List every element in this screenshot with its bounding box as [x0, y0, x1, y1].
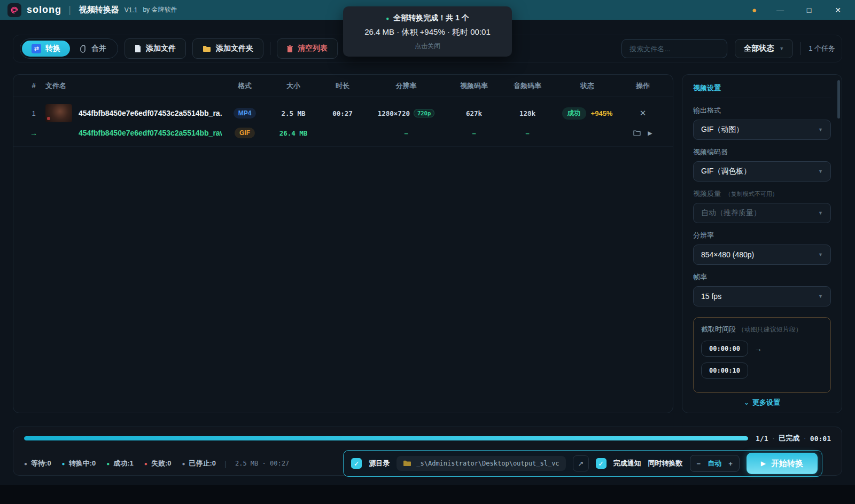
add-folder-button[interactable]: 添加文件夹: [192, 38, 263, 59]
divider: |: [224, 459, 227, 468]
stat-stopped: ●已停止:0: [182, 459, 216, 468]
stat-failed: ●失败:0: [144, 459, 172, 468]
decrement-button[interactable]: −: [697, 460, 701, 468]
trim-start-input[interactable]: [701, 341, 748, 357]
trim-end-input[interactable]: [701, 363, 748, 379]
framerate-dropdown[interactable]: 15 fps ▼: [693, 286, 831, 306]
search-input[interactable]: [621, 39, 727, 58]
progress-bar: [24, 436, 748, 440]
close-button[interactable]: ✕: [833, 6, 843, 14]
output-format-dropdown[interactable]: GIF（动图） ▼: [693, 120, 831, 140]
resolution-label: 分辨率: [693, 231, 831, 240]
video-thumbnail: [45, 104, 72, 122]
start-conversion-button[interactable]: ▶ 开始转换: [747, 453, 818, 474]
increment-button[interactable]: +: [728, 460, 733, 468]
output-format-value: GIF（动图）: [701, 125, 743, 135]
mode-switch: ⇄ 转换 合并: [20, 38, 118, 59]
play-file-icon[interactable]: ▶: [648, 130, 652, 137]
completion-toast[interactable]: ● 全部转换完成！共 1 个 26.4 MB · 体积 +945% · 耗时 0…: [343, 6, 512, 57]
add-file-button[interactable]: 添加文件: [125, 38, 186, 59]
folder-icon: [203, 45, 211, 52]
play-icon: ▶: [761, 460, 766, 467]
arrow-right-icon: →: [755, 344, 762, 353]
app-window: solong │ 视频转换器 V1.1 by 金牌软件 ● — □ ✕ ● 全部…: [0, 0, 855, 485]
toolbar-separator: [270, 42, 270, 55]
convert-icon: ⇄: [32, 44, 41, 53]
sidebar-scrollbar[interactable]: [837, 80, 840, 119]
remove-task-icon[interactable]: ✕: [640, 108, 647, 117]
toast-dismiss[interactable]: 点击关闭: [353, 42, 502, 51]
resolution-value: 854×480 (480p): [701, 250, 754, 259]
resolution-badge: 720p: [414, 109, 434, 117]
tab-convert[interactable]: ⇄ 转换: [22, 41, 70, 57]
notify-checkbox[interactable]: ✓: [596, 458, 607, 469]
source-dir-label: 源目录: [369, 459, 390, 468]
tab-merge[interactable]: 合并: [70, 41, 116, 57]
caret-down-icon: ▼: [818, 294, 823, 299]
conversion-controls: ✓ 源目录 _s\Administrator\Desktop\output_sl…: [343, 450, 822, 477]
col-format: 格式: [222, 81, 268, 91]
table-row[interactable]: 1 454fbfb8450e7e6edf07453c2a5514bb_ra...…: [13, 97, 673, 147]
col-size: 大小: [268, 81, 319, 91]
tab-merge-label: 合并: [91, 44, 106, 53]
tab-convert-label: 转换: [45, 44, 60, 53]
progress-time: 00:01: [810, 435, 831, 443]
source-duration: 00:27: [319, 109, 366, 117]
quality-dropdown[interactable]: 自动（推荐质量） ▼: [693, 203, 831, 223]
output-filename: 454fbfb8450e7e6edf07453c2a5514bb_raw....: [79, 129, 222, 137]
add-file-label: 添加文件: [146, 44, 176, 53]
stat-failed-label: 失败:0: [151, 459, 172, 468]
more-settings-link[interactable]: ⌄更多设置: [682, 398, 842, 407]
open-output-dir-button[interactable]: ↗: [573, 455, 589, 471]
bottom-bar: 1/1 · 已完成 · 00:01 ●等待:0 ●转换中:0 ●成功:1 ●失败…: [13, 427, 842, 476]
settings-sidebar: 视频设置 输出格式 GIF（动图） ▼ 视频编码器 GIF（调色板） ▼ 视频质…: [682, 74, 842, 413]
source-video-bitrate: 627k: [446, 109, 502, 117]
clear-list-button[interactable]: 清空列表: [277, 38, 338, 59]
size-change: +945%: [591, 109, 613, 117]
more-settings-label: 更多设置: [752, 398, 780, 406]
caret-down-icon: ▼: [818, 169, 823, 174]
totals-summary: 2.5 MB · 00:27: [235, 460, 289, 467]
col-audio-bitrate: 音频码率: [502, 81, 553, 91]
progress-status: 已完成: [779, 434, 799, 443]
encoder-label: 视频编码器: [693, 147, 831, 157]
stat-waiting-label: 等待:0: [31, 459, 51, 468]
source-row: 1 454fbfb8450e7e6edf07453c2a5514bb_ra...…: [22, 101, 664, 125]
format-badge-mp4: MP4: [234, 108, 256, 119]
output-size: 26.4 MB: [268, 129, 319, 137]
concurrent-label: 同时转换数: [648, 459, 683, 468]
concurrent-value: 自动: [708, 459, 721, 468]
open-folder-icon[interactable]: [633, 130, 641, 136]
status-badge: 成功: [562, 107, 586, 120]
source-resolution: 1280×720: [378, 109, 410, 117]
quality-label: 视频质量: [693, 190, 721, 198]
table-header-row: # 文件名 格式 大小 时长 分辨率 视频码率 音频码率 状态 操作: [13, 75, 673, 97]
clear-list-label: 清空列表: [298, 44, 328, 53]
output-path-box[interactable]: _s\Administrator\Desktop\output_sl_vc: [397, 456, 565, 471]
status-dot-icon: ●: [106, 461, 110, 467]
framerate-value: 15 fps: [701, 292, 721, 301]
status-filter-dropdown[interactable]: 全部状态 ▼: [735, 39, 793, 58]
chevron-down-icon: ⌄: [744, 399, 749, 406]
output-path: _s\Administrator\Desktop\output_sl_vc: [416, 460, 559, 467]
trim-hint: （动图只建议短片段）: [738, 326, 802, 333]
caret-down-icon: ▼: [818, 210, 823, 216]
status-dot-icon: ●: [62, 461, 65, 467]
col-duration: 时长: [319, 81, 366, 91]
theme-dot-icon[interactable]: ●: [752, 5, 757, 14]
dot-separator: ·: [773, 435, 775, 442]
output-audio-bitrate-dash: –: [502, 129, 553, 137]
encoder-dropdown[interactable]: GIF（调色板） ▼: [693, 161, 831, 182]
encoder-value: GIF（调色板）: [701, 167, 751, 176]
toast-title: 全部转换完成！共 1 个: [393, 13, 469, 23]
success-dot-icon: ●: [386, 15, 389, 21]
maximize-button[interactable]: □: [804, 6, 814, 14]
source-dir-checkbox[interactable]: ✓: [351, 458, 362, 469]
minimize-button[interactable]: —: [775, 6, 786, 14]
paperclip-icon: [80, 45, 87, 53]
titlebar-separator: │: [68, 6, 73, 14]
quality-value: 自动（推荐质量）: [701, 208, 761, 218]
resolution-dropdown[interactable]: 854×480 (480p) ▼: [693, 245, 831, 265]
caret-down-icon: ▼: [818, 127, 823, 132]
solong-logo-icon: [10, 6, 19, 14]
